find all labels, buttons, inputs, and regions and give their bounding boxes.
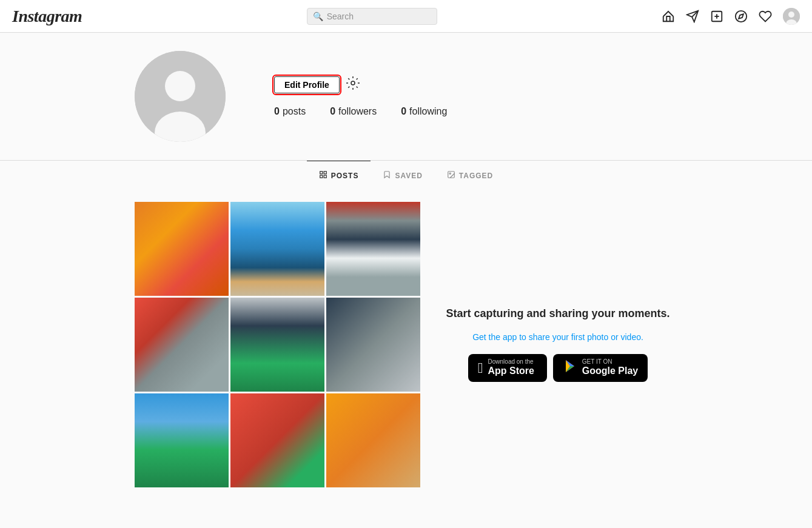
svg-point-5 (736, 10, 747, 21)
following-label: following (409, 106, 447, 117)
google-play-icon (563, 359, 577, 377)
grid-photo-9[interactable] (326, 393, 420, 487)
settings-icon[interactable] (346, 76, 360, 94)
profile-avatar-wrapper (135, 51, 226, 142)
apple-icon:  (478, 359, 483, 376)
posts-label: posts (283, 106, 306, 117)
content-area: Start capturing and sharing your moments… (122, 190, 690, 500)
add-icon[interactable] (710, 10, 723, 23)
tab-saved[interactable]: SAVED (371, 161, 434, 190)
svg-rect-15 (324, 172, 326, 174)
heart-icon[interactable] (759, 10, 772, 23)
profile-avatar (135, 51, 226, 142)
header-nav (662, 8, 800, 25)
home-icon[interactable] (662, 10, 675, 23)
tab-tagged[interactable]: TAGGED (435, 161, 505, 190)
tabs-section: POSTS SAVED TAGGED (122, 161, 690, 190)
tab-posts[interactable]: POSTS (307, 161, 371, 190)
grid-photo-7[interactable] (135, 393, 229, 487)
svg-point-19 (449, 173, 451, 174)
edit-profile-button[interactable]: Edit Profile (274, 76, 340, 93)
google-play-label-small: GET IT ON (582, 359, 638, 365)
bookmark-icon (383, 170, 391, 181)
right-panel: Start capturing and sharing your moments… (438, 202, 677, 487)
cta-title: Start capturing and sharing your moments… (446, 307, 669, 320)
avatar[interactable] (783, 8, 800, 25)
search-icon: 🔍 (313, 12, 323, 21)
followers-count: 0 (330, 106, 335, 117)
svg-point-8 (788, 12, 794, 18)
app-store-label-large: App Store (488, 365, 534, 378)
svg-rect-17 (324, 175, 326, 178)
svg-rect-16 (320, 175, 322, 178)
posts-stat: 0 posts (274, 106, 306, 117)
google-play-button[interactable]: GET IT ON Google Play (553, 354, 648, 383)
followers-stat[interactable]: 0 followers (330, 106, 377, 117)
posts-count: 0 (274, 106, 280, 117)
send-icon[interactable] (686, 10, 699, 23)
profile-container: Edit Profile 0 posts 0 followers (122, 33, 690, 160)
search-input[interactable] (307, 8, 437, 25)
photo-grid (135, 202, 420, 487)
app-store-button[interactable]:  Download on the App Store (468, 354, 547, 383)
profile-actions: Edit Profile (274, 76, 677, 94)
profile-info: Edit Profile 0 posts 0 followers (274, 76, 677, 117)
tab-posts-label: POSTS (331, 172, 359, 180)
grid-photo-6[interactable] (326, 298, 420, 392)
svg-rect-14 (320, 172, 322, 174)
grid-photo-8[interactable] (230, 393, 324, 487)
google-play-label-large: Google Play (582, 365, 638, 378)
grid-icon (319, 170, 327, 181)
grid-photo-2[interactable] (230, 202, 324, 296)
tag-icon (447, 170, 455, 181)
app-buttons:  Download on the App Store GE (468, 354, 648, 383)
svg-marker-6 (739, 14, 743, 19)
app-store-label-small: Download on the (488, 359, 534, 365)
explore-icon[interactable] (734, 10, 748, 23)
tab-saved-label: SAVED (395, 172, 422, 180)
header: Instagram 🔍 (0, 0, 812, 33)
grid-photo-1[interactable] (135, 202, 229, 296)
grid-photo-5[interactable] (230, 298, 324, 392)
profile-stats: 0 posts 0 followers 0 following (274, 106, 677, 117)
grid-photo-4[interactable] (135, 298, 229, 392)
following-count: 0 (401, 106, 406, 117)
tabs: POSTS SAVED TAGGED (135, 161, 677, 190)
cta-subtitle: Get the app to share your first photo or… (472, 332, 643, 342)
followers-label: followers (338, 106, 377, 117)
following-stat[interactable]: 0 following (401, 106, 447, 117)
profile-header: Edit Profile 0 posts 0 followers (135, 51, 677, 160)
svg-point-11 (165, 71, 195, 101)
tab-tagged-label: TAGGED (459, 172, 493, 180)
search-container: 🔍 (307, 8, 437, 25)
instagram-logo[interactable]: Instagram (12, 7, 82, 26)
svg-point-13 (351, 81, 355, 85)
grid-photo-3[interactable] (326, 202, 420, 296)
